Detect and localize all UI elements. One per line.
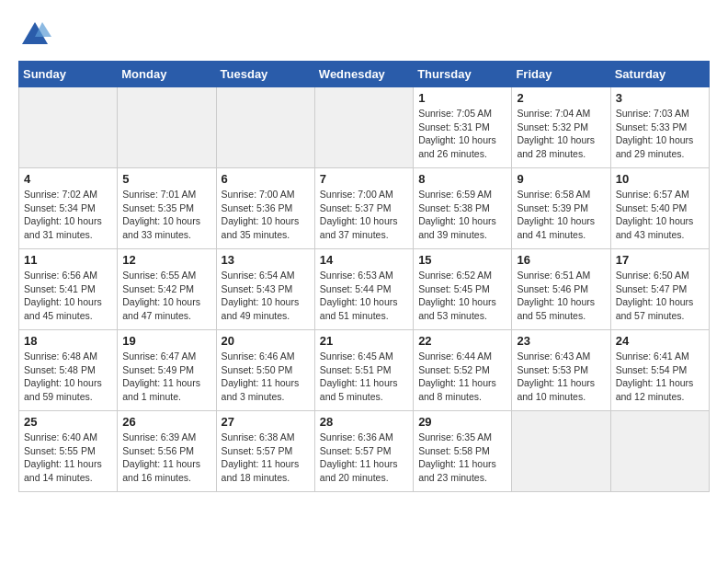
day-info: Sunrise: 6:39 AMSunset: 5:56 PMDaylight:…: [122, 431, 210, 485]
day-info: Sunrise: 6:46 AMSunset: 5:50 PMDaylight:…: [222, 350, 310, 404]
day-number: 28: [320, 415, 408, 429]
day-info: Sunrise: 7:01 AMSunset: 5:35 PMDaylight:…: [122, 188, 210, 242]
header-cell-tuesday: Tuesday: [216, 62, 314, 87]
day-info: Sunrise: 7:00 AMSunset: 5:36 PMDaylight:…: [222, 188, 310, 242]
day-cell: 1Sunrise: 7:05 AMSunset: 5:31 PMDaylight…: [414, 87, 512, 168]
day-info: Sunrise: 6:56 AMSunset: 5:41 PMDaylight:…: [24, 269, 112, 323]
day-info: Sunrise: 6:48 AMSunset: 5:48 PMDaylight:…: [24, 350, 112, 404]
day-cell: [216, 87, 314, 168]
header-row: SundayMondayTuesdayWednesdayThursdayFrid…: [19, 62, 710, 87]
day-number: 11: [24, 253, 112, 267]
day-number: 19: [122, 334, 210, 348]
day-cell: [118, 87, 216, 168]
day-cell: 7Sunrise: 7:00 AMSunset: 5:37 PMDaylight…: [314, 168, 413, 249]
day-info: Sunrise: 6:51 AMSunset: 5:46 PMDaylight:…: [517, 269, 605, 323]
day-number: 15: [418, 253, 506, 267]
calendar-header: SundayMondayTuesdayWednesdayThursdayFrid…: [19, 62, 710, 87]
day-cell: 18Sunrise: 6:48 AMSunset: 5:48 PMDayligh…: [19, 330, 118, 411]
day-info: Sunrise: 6:59 AMSunset: 5:38 PMDaylight:…: [418, 188, 506, 242]
calendar-body: 1Sunrise: 7:05 AMSunset: 5:31 PMDaylight…: [19, 87, 710, 492]
calendar-table: SundayMondayTuesdayWednesdayThursdayFrid…: [18, 61, 710, 492]
day-info: Sunrise: 7:02 AMSunset: 5:34 PMDaylight:…: [24, 188, 112, 242]
day-cell: 26Sunrise: 6:39 AMSunset: 5:56 PMDayligh…: [118, 411, 216, 492]
day-cell: [19, 87, 118, 168]
day-number: 20: [222, 334, 310, 348]
day-cell: 19Sunrise: 6:47 AMSunset: 5:49 PMDayligh…: [118, 330, 216, 411]
day-cell: 21Sunrise: 6:45 AMSunset: 5:51 PMDayligh…: [314, 330, 413, 411]
week-row-4: 18Sunrise: 6:48 AMSunset: 5:48 PMDayligh…: [19, 330, 710, 411]
day-cell: 22Sunrise: 6:44 AMSunset: 5:52 PMDayligh…: [414, 330, 512, 411]
day-info: Sunrise: 6:54 AMSunset: 5:43 PMDaylight:…: [222, 269, 310, 323]
header-cell-monday: Monday: [118, 62, 216, 87]
day-cell: 5Sunrise: 7:01 AMSunset: 5:35 PMDaylight…: [118, 168, 216, 249]
day-info: Sunrise: 6:45 AMSunset: 5:51 PMDaylight:…: [320, 350, 408, 404]
day-cell: 15Sunrise: 6:52 AMSunset: 5:45 PMDayligh…: [414, 249, 512, 330]
logo-icon: [18, 18, 51, 52]
day-number: 29: [418, 415, 506, 429]
day-cell: 8Sunrise: 6:59 AMSunset: 5:38 PMDaylight…: [414, 168, 512, 249]
day-number: 18: [24, 334, 112, 348]
day-cell: 29Sunrise: 6:35 AMSunset: 5:58 PMDayligh…: [414, 411, 512, 492]
day-number: 10: [616, 172, 704, 186]
day-number: 16: [517, 253, 605, 267]
header-cell-sunday: Sunday: [19, 62, 118, 87]
day-cell: 20Sunrise: 6:46 AMSunset: 5:50 PMDayligh…: [216, 330, 314, 411]
day-cell: 14Sunrise: 6:53 AMSunset: 5:44 PMDayligh…: [314, 249, 413, 330]
day-cell: 10Sunrise: 6:57 AMSunset: 5:40 PMDayligh…: [610, 168, 709, 249]
day-info: Sunrise: 6:38 AMSunset: 5:57 PMDaylight:…: [222, 431, 310, 485]
day-number: 4: [24, 172, 112, 186]
day-info: Sunrise: 6:40 AMSunset: 5:55 PMDaylight:…: [24, 431, 112, 485]
header-cell-saturday: Saturday: [610, 62, 709, 87]
day-cell: 24Sunrise: 6:41 AMSunset: 5:54 PMDayligh…: [610, 330, 709, 411]
page-header: [18, 18, 710, 52]
day-info: Sunrise: 6:55 AMSunset: 5:42 PMDaylight:…: [122, 269, 210, 323]
header-cell-friday: Friday: [512, 62, 610, 87]
day-cell: 6Sunrise: 7:00 AMSunset: 5:36 PMDaylight…: [216, 168, 314, 249]
day-info: Sunrise: 6:44 AMSunset: 5:52 PMDaylight:…: [418, 350, 506, 404]
day-cell: [314, 87, 413, 168]
day-number: 24: [616, 334, 704, 348]
day-info: Sunrise: 6:35 AMSunset: 5:58 PMDaylight:…: [418, 431, 506, 485]
day-info: Sunrise: 6:58 AMSunset: 5:39 PMDaylight:…: [517, 188, 605, 242]
week-row-2: 4Sunrise: 7:02 AMSunset: 5:34 PMDaylight…: [19, 168, 710, 249]
day-info: Sunrise: 6:41 AMSunset: 5:54 PMDaylight:…: [616, 350, 704, 404]
day-cell: [610, 411, 709, 492]
day-cell: 13Sunrise: 6:54 AMSunset: 5:43 PMDayligh…: [216, 249, 314, 330]
day-cell: 23Sunrise: 6:43 AMSunset: 5:53 PMDayligh…: [512, 330, 610, 411]
day-info: Sunrise: 6:53 AMSunset: 5:44 PMDaylight:…: [320, 269, 408, 323]
day-cell: 25Sunrise: 6:40 AMSunset: 5:55 PMDayligh…: [19, 411, 118, 492]
day-info: Sunrise: 7:03 AMSunset: 5:33 PMDaylight:…: [616, 107, 704, 161]
day-cell: 9Sunrise: 6:58 AMSunset: 5:39 PMDaylight…: [512, 168, 610, 249]
day-number: 13: [222, 253, 310, 267]
day-info: Sunrise: 6:52 AMSunset: 5:45 PMDaylight:…: [418, 269, 506, 323]
day-info: Sunrise: 6:57 AMSunset: 5:40 PMDaylight:…: [616, 188, 704, 242]
week-row-3: 11Sunrise: 6:56 AMSunset: 5:41 PMDayligh…: [19, 249, 710, 330]
week-row-1: 1Sunrise: 7:05 AMSunset: 5:31 PMDaylight…: [19, 87, 710, 168]
week-row-5: 25Sunrise: 6:40 AMSunset: 5:55 PMDayligh…: [19, 411, 710, 492]
day-number: 8: [418, 172, 506, 186]
day-number: 6: [222, 172, 310, 186]
logo: [18, 18, 51, 52]
day-info: Sunrise: 6:43 AMSunset: 5:53 PMDaylight:…: [517, 350, 605, 404]
day-info: Sunrise: 6:50 AMSunset: 5:47 PMDaylight:…: [616, 269, 704, 323]
day-info: Sunrise: 6:47 AMSunset: 5:49 PMDaylight:…: [122, 350, 210, 404]
day-number: 2: [517, 91, 605, 105]
day-cell: 4Sunrise: 7:02 AMSunset: 5:34 PMDaylight…: [19, 168, 118, 249]
day-number: 1: [418, 91, 506, 105]
day-cell: 2Sunrise: 7:04 AMSunset: 5:32 PMDaylight…: [512, 87, 610, 168]
day-number: 25: [24, 415, 112, 429]
header-cell-thursday: Thursday: [414, 62, 512, 87]
header-cell-wednesday: Wednesday: [314, 62, 413, 87]
day-number: 9: [517, 172, 605, 186]
day-cell: 16Sunrise: 6:51 AMSunset: 5:46 PMDayligh…: [512, 249, 610, 330]
day-number: 5: [122, 172, 210, 186]
day-number: 22: [418, 334, 506, 348]
day-cell: 17Sunrise: 6:50 AMSunset: 5:47 PMDayligh…: [610, 249, 709, 330]
day-number: 26: [122, 415, 210, 429]
day-info: Sunrise: 7:04 AMSunset: 5:32 PMDaylight:…: [517, 107, 605, 161]
day-info: Sunrise: 7:00 AMSunset: 5:37 PMDaylight:…: [320, 188, 408, 242]
day-cell: 28Sunrise: 6:36 AMSunset: 5:57 PMDayligh…: [314, 411, 413, 492]
day-number: 7: [320, 172, 408, 186]
day-cell: 3Sunrise: 7:03 AMSunset: 5:33 PMDaylight…: [610, 87, 709, 168]
day-number: 27: [222, 415, 310, 429]
